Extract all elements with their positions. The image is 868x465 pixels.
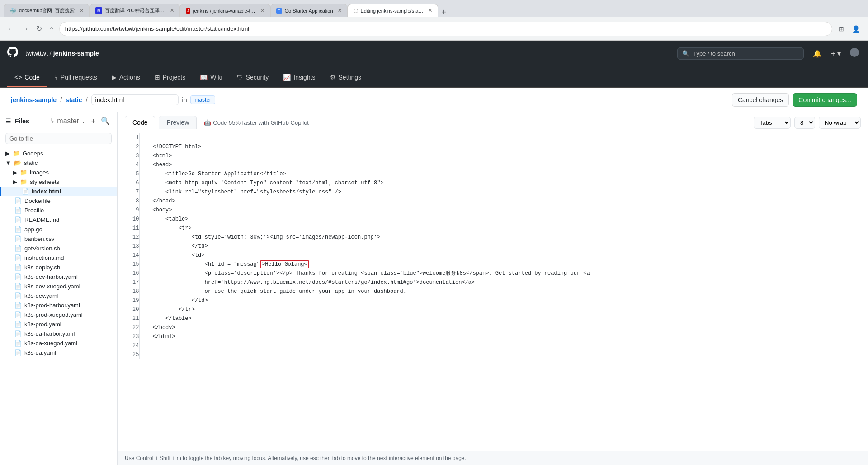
browser-tab-1[interactable]: 🐳 dockerhub官网_百度搜索 ✕ [4,4,90,17]
line-number: 16 [118,269,139,278]
browser-actions: ⊞ 👤 [836,23,863,34]
line-number: 17 [118,278,139,287]
tree-item-stylesheets[interactable]: ▶ 📁 stylesheets [0,177,117,187]
wiki-icon: 📖 [200,74,208,81]
security-icon: 🛡 [237,74,243,81]
tree-item-k8s-prod[interactable]: 📄 k8s-prod.yaml [0,319,117,329]
address-bar[interactable]: https://github.com/twtwttwt/jenkins-samp… [59,22,832,36]
nav-pull-requests[interactable]: ⑂ Pull requests [47,68,104,87]
tab-title-2: 百度翻译-200种语言互译、沟通... [105,7,165,14]
nav-settings[interactable]: ⚙ Settings [323,68,369,87]
breadcrumb-folder-link[interactable]: static [66,96,82,103]
back-button[interactable]: ← [5,23,16,35]
home-button[interactable]: ⌂ [47,23,56,35]
notifications-button[interactable]: 🔔 [811,47,824,60]
avatar-button[interactable] [848,46,861,61]
tree-item-app-go[interactable]: 📄 app.go [0,225,117,234]
tab-close-1[interactable]: ✕ [80,8,84,14]
files-label: Files [15,117,29,125]
line-number: 22 [118,323,139,332]
browser-tabs: 🐳 dockerhub官网_百度搜索 ✕ 百 百度翻译-200种语言互译、沟通.… [0,0,868,17]
reload-button[interactable]: ↻ [34,23,44,35]
forward-button[interactable]: → [20,23,31,35]
tree-item-label-index-html: index.html [32,188,61,195]
tab-title-4: Go Starter Application [285,8,333,14]
tab-preview[interactable]: Preview [159,116,197,129]
tab-code[interactable]: Code [125,116,155,129]
tree-item-k8s-qa[interactable]: 📄 k8s-qa.yaml [0,348,117,357]
nav-security[interactable]: 🛡 Security [230,68,276,87]
tree-item-static[interactable]: ▼ 📂 static [0,158,117,168]
nav-actions[interactable]: ▶ Actions [104,68,147,87]
line-number: 11 [118,224,139,233]
tree-item-k8s-qa-xuegod[interactable]: 📄 k8s-qa-xuegod.yaml [0,338,117,348]
line-content: <link rel="stylesheet" href="stylesheets… [139,188,868,197]
breadcrumb-repo-link[interactable]: jenkins-sample [11,96,57,103]
pull-request-icon: ⑂ [54,74,58,81]
browser-tab-3[interactable]: J jenkins / jenkins-variable-test-de... … [180,4,270,17]
nav-projects[interactable]: ⊞ Projects [147,68,193,87]
tree-item-label-app-go: app.go [24,226,42,233]
tree-item-readme[interactable]: 📄 README.md [0,215,117,225]
add-file-button[interactable]: + [90,116,97,126]
copilot-badge[interactable]: 🤖 Code 55% faster with GitHub Copilot [204,119,309,126]
global-search[interactable]: 🔍 Type / to search [677,47,804,60]
tree-item-k8s-dev-xuegod[interactable]: 📄 k8s-dev-xuegod.yaml [0,282,117,291]
line-content: </head> [139,197,868,206]
indent-size-select[interactable]: 8 2 4 [794,117,815,129]
line-content: <tr> [139,224,868,233]
indent-type-select[interactable]: Tabs Spaces [754,117,791,129]
tree-item-k8s-prod-xuegod[interactable]: 📄 k8s-prod-xuegod.yaml [0,310,117,319]
tree-item-procfile[interactable]: 📄 Procfile [0,206,117,215]
tree-item-k8s-deploy[interactable]: 📄 k8s-deploy.sh [0,263,117,272]
tree-item-godeps[interactable]: ▶ 📁 Godeps [0,149,117,158]
wrap-select[interactable]: No wrap Soft wrap [819,117,861,129]
line-number: 7 [118,188,139,197]
browser-tab-4[interactable]: G Go Starter Application ✕ [270,4,348,17]
tab-close-3[interactable]: ✕ [260,8,264,14]
cancel-changes-button[interactable]: Cancel changes [732,93,789,107]
table-row: 15 <h1 id = "messag">Hello Golang< [118,260,868,269]
tree-item-banben[interactable]: 📄 banben.csv [0,234,117,244]
search-file-button[interactable]: 🔍 [99,116,112,126]
profile-button[interactable]: 👤 [849,23,863,34]
tab-favicon-2: 百 [95,7,102,14]
browser-tab-5[interactable]: ⬡ Editing jenkins-sample/static/ind... ✕ [348,4,438,17]
table-row: 3 <html> [118,151,868,160]
extensions-button[interactable]: ⊞ [836,23,847,34]
table-row: 6 <meta http-equiv="Content-Type" conten… [118,178,868,188]
tree-item-images[interactable]: ▶ 📁 images [0,168,117,177]
nav-wiki[interactable]: 📖 Wiki [193,68,229,87]
tab-close-5[interactable]: ✕ [428,8,432,14]
tab-close-2[interactable]: ✕ [170,8,174,14]
code-editor-area[interactable]: 12 <!DOCTYPE html>3 <html>4 <head>5 <tit… [118,133,868,451]
create-button[interactable]: + ▾ [829,47,843,60]
tree-item-label-k8s-prod: k8s-prod.yaml [24,321,61,328]
line-number: 3 [118,151,139,160]
tree-item-k8s-prod-harbor[interactable]: 📄 k8s-prod-harbor.yaml [0,301,117,310]
tree-item-index-html[interactable]: 📄 index.html [0,187,117,196]
tree-item-getversion[interactable]: 📄 getVersion.sh [0,244,117,253]
sidebar-header: ☰ Files ⑂ master ▾ + 🔍 [0,112,117,130]
nav-insights[interactable]: 📈 Insights [276,68,322,87]
tree-item-k8s-dev-harbor[interactable]: 📄 k8s-dev-harbor.yaml [0,272,117,282]
username-link[interactable]: twtwttwt [25,50,48,57]
repo-link[interactable]: jenkins-sample [53,50,99,57]
new-tab-button[interactable]: + [438,8,450,17]
tree-item-k8s-qa-harbor[interactable]: 📄 k8s-qa-harbor.yaml [0,329,117,338]
line-content: </html> [139,332,868,341]
tree-item-dockerfile[interactable]: 📄 Dockerfile [0,196,117,206]
tree-item-k8s-dev[interactable]: 📄 k8s-dev.yaml [0,291,117,301]
expand-icon-images: ▶ [13,169,17,176]
file-icon-k8s-prod-xuegod: 📄 [14,311,22,318]
filename-input[interactable] [91,94,179,105]
go-to-file-input[interactable] [5,133,112,144]
browser-tab-2[interactable]: 百 百度翻译-200种语言互译、沟通... ✕ [90,4,180,17]
tree-item-label-k8s-qa-xuegod: k8s-qa-xuegod.yaml [24,340,77,347]
commit-changes-button[interactable]: Commit changes... [793,93,857,107]
tree-item-instructions[interactable]: 📄 instructions.md [0,253,117,263]
nav-code[interactable]: <> Code [7,68,47,87]
line-number: 13 [118,242,139,251]
tab-close-4[interactable]: ✕ [338,8,342,14]
branch-selector-button[interactable]: ⑂ master ▾ [49,116,88,126]
